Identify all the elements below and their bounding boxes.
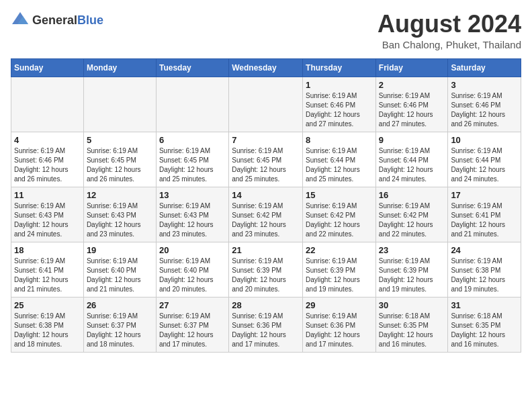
- table-cell: 20Sunrise: 6:19 AMSunset: 6:40 PMDayligh…: [156, 242, 228, 297]
- table-cell: 5Sunrise: 6:19 AMSunset: 6:45 PMDaylight…: [83, 132, 156, 187]
- day-info: Sunrise: 6:19 AMSunset: 6:41 PMDaylight:…: [14, 257, 81, 294]
- table-cell: 24Sunrise: 6:19 AMSunset: 6:38 PMDayligh…: [448, 242, 521, 297]
- table-cell: 2Sunrise: 6:19 AMSunset: 6:46 PMDaylight…: [375, 77, 448, 132]
- day-number: 29: [306, 300, 373, 310]
- day-info: Sunrise: 6:19 AMSunset: 6:43 PMDaylight:…: [159, 201, 226, 239]
- table-cell: [156, 77, 228, 132]
- day-number: 26: [87, 300, 153, 310]
- day-info: Sunrise: 6:19 AMSunset: 6:43 PMDaylight:…: [87, 201, 153, 239]
- header-tuesday: Tuesday: [156, 58, 228, 77]
- main-title: August 2024: [378, 11, 521, 38]
- table-cell: 7Sunrise: 6:19 AMSunset: 6:45 PMDaylight…: [229, 132, 303, 187]
- day-number: 21: [232, 245, 300, 255]
- table-cell: [11, 77, 84, 132]
- logo: GeneralBlue: [11, 11, 103, 30]
- day-number: 1: [306, 80, 373, 90]
- day-number: 27: [159, 300, 226, 310]
- day-info: Sunrise: 6:19 AMSunset: 6:41 PMDaylight:…: [451, 201, 518, 239]
- table-cell: 28Sunrise: 6:19 AMSunset: 6:36 PMDayligh…: [229, 297, 303, 352]
- week-row-2: 4Sunrise: 6:19 AMSunset: 6:46 PMDaylight…: [11, 132, 521, 187]
- logo-text: GeneralBlue: [32, 13, 103, 28]
- table-cell: 10Sunrise: 6:19 AMSunset: 6:44 PMDayligh…: [448, 132, 521, 187]
- day-info: Sunrise: 6:19 AMSunset: 6:44 PMDaylight:…: [306, 146, 373, 184]
- day-number: 14: [232, 190, 300, 200]
- table-cell: 21Sunrise: 6:19 AMSunset: 6:39 PMDayligh…: [229, 242, 303, 297]
- day-number: 31: [451, 300, 518, 310]
- day-number: 6: [159, 135, 226, 145]
- day-number: 3: [451, 80, 518, 90]
- day-number: 23: [379, 245, 445, 255]
- day-number: 5: [87, 135, 153, 145]
- table-cell: 13Sunrise: 6:19 AMSunset: 6:43 PMDayligh…: [156, 187, 228, 242]
- day-number: 4: [14, 135, 81, 145]
- table-cell: 29Sunrise: 6:19 AMSunset: 6:36 PMDayligh…: [303, 297, 376, 352]
- header-row: SundayMondayTuesdayWednesdayThursdayFrid…: [11, 58, 521, 77]
- day-info: Sunrise: 6:19 AMSunset: 6:40 PMDaylight:…: [159, 257, 226, 294]
- header-wednesday: Wednesday: [229, 58, 303, 77]
- day-number: 18: [14, 245, 81, 255]
- day-number: 16: [379, 190, 445, 200]
- day-info: Sunrise: 6:19 AMSunset: 6:43 PMDaylight:…: [14, 201, 81, 239]
- day-info: Sunrise: 6:19 AMSunset: 6:46 PMDaylight:…: [451, 91, 518, 129]
- day-info: Sunrise: 6:19 AMSunset: 6:46 PMDaylight:…: [306, 91, 373, 129]
- table-cell: 3Sunrise: 6:19 AMSunset: 6:46 PMDaylight…: [448, 77, 521, 132]
- day-number: 2: [379, 80, 445, 90]
- day-info: Sunrise: 6:19 AMSunset: 6:42 PMDaylight:…: [232, 201, 300, 239]
- day-info: Sunrise: 6:19 AMSunset: 6:45 PMDaylight:…: [232, 146, 300, 184]
- day-info: Sunrise: 6:19 AMSunset: 6:40 PMDaylight:…: [87, 257, 153, 294]
- day-info: Sunrise: 6:19 AMSunset: 6:45 PMDaylight:…: [87, 146, 153, 184]
- day-info: Sunrise: 6:19 AMSunset: 6:38 PMDaylight:…: [451, 257, 518, 294]
- day-number: 15: [306, 190, 373, 200]
- day-info: Sunrise: 6:19 AMSunset: 6:39 PMDaylight:…: [379, 257, 445, 294]
- table-cell: 30Sunrise: 6:18 AMSunset: 6:35 PMDayligh…: [375, 297, 448, 352]
- day-info: Sunrise: 6:19 AMSunset: 6:38 PMDaylight:…: [14, 312, 81, 349]
- week-row-3: 11Sunrise: 6:19 AMSunset: 6:43 PMDayligh…: [11, 187, 521, 242]
- table-cell: 6Sunrise: 6:19 AMSunset: 6:45 PMDaylight…: [156, 132, 228, 187]
- day-info: Sunrise: 6:18 AMSunset: 6:35 PMDaylight:…: [379, 312, 445, 349]
- day-number: 10: [451, 135, 518, 145]
- day-info: Sunrise: 6:19 AMSunset: 6:46 PMDaylight:…: [14, 146, 81, 184]
- table-cell: 8Sunrise: 6:19 AMSunset: 6:44 PMDaylight…: [303, 132, 376, 187]
- day-info: Sunrise: 6:19 AMSunset: 6:39 PMDaylight:…: [306, 257, 373, 294]
- day-number: 7: [232, 135, 300, 145]
- day-info: Sunrise: 6:19 AMSunset: 6:44 PMDaylight:…: [451, 146, 518, 184]
- day-number: 8: [306, 135, 373, 145]
- week-row-5: 25Sunrise: 6:19 AMSunset: 6:38 PMDayligh…: [11, 297, 521, 352]
- header-sunday: Sunday: [11, 58, 84, 77]
- table-cell: 17Sunrise: 6:19 AMSunset: 6:41 PMDayligh…: [448, 187, 521, 242]
- day-number: 22: [306, 245, 373, 255]
- day-info: Sunrise: 6:19 AMSunset: 6:37 PMDaylight:…: [87, 312, 153, 349]
- day-number: 30: [379, 300, 445, 310]
- table-cell: 4Sunrise: 6:19 AMSunset: 6:46 PMDaylight…: [11, 132, 84, 187]
- day-number: 17: [451, 190, 518, 200]
- header-monday: Monday: [83, 58, 156, 77]
- day-info: Sunrise: 6:19 AMSunset: 6:37 PMDaylight:…: [159, 312, 226, 349]
- day-info: Sunrise: 6:19 AMSunset: 6:46 PMDaylight:…: [379, 91, 445, 129]
- table-cell: 31Sunrise: 6:18 AMSunset: 6:35 PMDayligh…: [448, 297, 521, 352]
- week-row-1: 1Sunrise: 6:19 AMSunset: 6:46 PMDaylight…: [11, 77, 521, 132]
- table-cell: 12Sunrise: 6:19 AMSunset: 6:43 PMDayligh…: [83, 187, 156, 242]
- header-friday: Friday: [375, 58, 448, 77]
- day-info: Sunrise: 6:19 AMSunset: 6:42 PMDaylight:…: [379, 201, 445, 239]
- day-number: 25: [14, 300, 81, 310]
- logo-icon: [11, 11, 30, 30]
- day-info: Sunrise: 6:18 AMSunset: 6:35 PMDaylight:…: [451, 312, 518, 349]
- sub-title: Ban Chalong, Phuket, Thailand: [378, 39, 521, 50]
- title-area: August 2024 Ban Chalong, Phuket, Thailan…: [378, 11, 521, 50]
- table-cell: 16Sunrise: 6:19 AMSunset: 6:42 PMDayligh…: [375, 187, 448, 242]
- day-info: Sunrise: 6:19 AMSunset: 6:36 PMDaylight:…: [306, 312, 373, 349]
- day-info: Sunrise: 6:19 AMSunset: 6:36 PMDaylight:…: [232, 312, 300, 349]
- table-cell: 27Sunrise: 6:19 AMSunset: 6:37 PMDayligh…: [156, 297, 228, 352]
- table-cell: [229, 77, 303, 132]
- table-cell: 26Sunrise: 6:19 AMSunset: 6:37 PMDayligh…: [83, 297, 156, 352]
- table-cell: 22Sunrise: 6:19 AMSunset: 6:39 PMDayligh…: [303, 242, 376, 297]
- table-cell: 25Sunrise: 6:19 AMSunset: 6:38 PMDayligh…: [11, 297, 84, 352]
- day-number: 9: [379, 135, 445, 145]
- header: GeneralBlue August 2024 Ban Chalong, Phu…: [11, 11, 521, 50]
- table-cell: 23Sunrise: 6:19 AMSunset: 6:39 PMDayligh…: [375, 242, 448, 297]
- day-number: 19: [87, 245, 153, 255]
- day-number: 28: [232, 300, 300, 310]
- day-number: 11: [14, 190, 81, 200]
- day-info: Sunrise: 6:19 AMSunset: 6:39 PMDaylight:…: [232, 257, 300, 294]
- calendar-table: SundayMondayTuesdayWednesdayThursdayFrid…: [11, 58, 521, 353]
